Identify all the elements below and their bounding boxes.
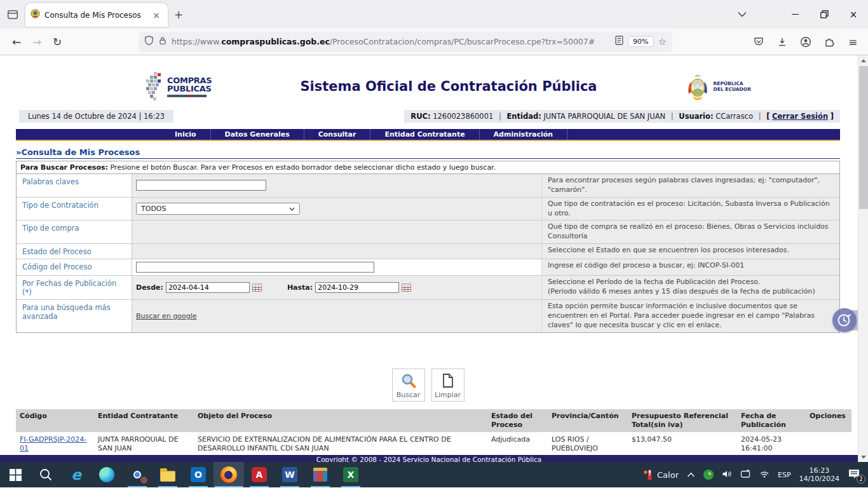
action-center-button[interactable]: 2 <box>848 468 862 481</box>
taskbar-chrome[interactable] <box>122 462 153 487</box>
hamburger-menu-icon[interactable]: ≡ <box>844 33 862 51</box>
taskbar-outlook[interactable]: O <box>183 462 214 487</box>
blank-page-icon <box>440 372 456 389</box>
form-instructions: Para Buscar Procesos: Presione el botón … <box>17 161 839 174</box>
window-minimize-button[interactable] <box>780 0 810 29</box>
entidad-label: Entidad: <box>507 112 541 121</box>
palabras-input[interactable] <box>136 180 266 191</box>
account-icon[interactable] <box>797 33 815 51</box>
nav-item-entidad-contratante[interactable]: Entidad Contratante <box>370 129 479 140</box>
nav-item-consultar[interactable]: Consultar <box>304 129 371 140</box>
bookmark-star-icon[interactable]: ☆ <box>658 36 667 48</box>
vertical-scrollbar[interactable] <box>858 55 868 462</box>
taskbar-search-button[interactable] <box>31 462 61 487</box>
list-all-tabs-icon[interactable] <box>731 0 754 29</box>
taskbar-firefox[interactable] <box>214 462 244 487</box>
taskbar-clock[interactable]: 16:23 14/10/2024 <box>799 466 839 483</box>
volume-icon[interactable] <box>722 470 732 480</box>
taskbar-word[interactable]: W <box>275 462 305 487</box>
buscar-label: Buscar <box>397 391 421 399</box>
results-header-row: Código Entidad Contratante Objeto del Pr… <box>16 409 851 433</box>
taskbar-winrar[interactable] <box>305 462 336 487</box>
page-title: »Consulta de Mis Procesos <box>16 147 840 159</box>
site-header: COMPRAS PUBLICAS Sistema Oficial de Cont… <box>16 68 858 105</box>
edge-icon <box>99 467 114 482</box>
url-text[interactable]: https://www.compraspublicas.gob.ec/Proce… <box>172 37 611 46</box>
hasta-calendar-icon[interactable] <box>402 283 411 292</box>
reload-icon[interactable]: ↻ <box>47 32 67 52</box>
browser-tab[interactable]: Consulta de Mis Procesos × <box>25 3 168 27</box>
nav-item-administracion[interactable]: Administración <box>480 129 568 140</box>
tab-close-icon[interactable]: × <box>150 10 163 20</box>
main-navigation: Inicio Datos Generales Consultar Entidad… <box>16 129 840 141</box>
taskbar-file-explorer[interactable] <box>153 462 183 487</box>
codigo-input[interactable] <box>136 262 374 273</box>
hasta-input[interactable] <box>315 282 399 293</box>
col-opciones: Opciones <box>806 409 851 433</box>
tray-time: 16:23 <box>799 466 839 475</box>
cell-fecha: 2024-05-23 16:41:00 <box>737 432 806 456</box>
firefox-view-icon[interactable] <box>0 0 25 29</box>
firefox-icon <box>220 466 237 483</box>
zoom-level-badge[interactable]: 90% <box>628 36 653 47</box>
scroll-down-icon[interactable] <box>858 452 868 462</box>
word-icon: W <box>282 467 297 482</box>
wifi-icon[interactable] <box>759 470 770 480</box>
back-icon[interactable]: ← <box>6 32 27 52</box>
windows-logo-icon <box>10 469 22 481</box>
estado-empty <box>132 244 541 259</box>
url-bar[interactable]: https://www.compraspublicas.gob.ec/Proce… <box>139 32 672 52</box>
site-footer: Copyright © 2008 - 2024 Servicio Naciona… <box>0 455 858 462</box>
taskbar-acrobat[interactable]: A <box>244 462 275 487</box>
language-indicator[interactable]: ESP <box>778 471 791 479</box>
buscar-button[interactable]: Buscar <box>392 369 425 402</box>
usuario-label: Usuario: <box>679 112 713 121</box>
window-close-button[interactable]: × <box>839 0 868 29</box>
nav-item-inicio[interactable]: Inicio <box>161 129 211 140</box>
taskbar-excel[interactable]: X <box>336 462 366 487</box>
downloads-icon[interactable] <box>773 33 791 51</box>
search-icon <box>39 468 53 482</box>
excel-icon: X <box>343 467 358 482</box>
cell-opciones <box>806 432 851 456</box>
desde-calendar-icon[interactable] <box>252 283 262 292</box>
session-infobar: Lunes 14 de Octubre de 2024 | 16:23 RUC:… <box>16 110 840 123</box>
logo-mosaic-icon <box>146 72 163 101</box>
cell-provincia: LOS RIOS / PUEBLOVIEJO <box>548 432 628 456</box>
scrollbar-thumb[interactable] <box>859 66 868 209</box>
google-search-link[interactable]: Buscar en google <box>136 312 197 320</box>
codigo-help: Ingrese el código del proceso a buscar, … <box>541 259 839 275</box>
tablet-mode-icon[interactable] <box>740 470 751 480</box>
limpiar-button[interactable]: Limpiar <box>431 369 465 402</box>
shield-icon[interactable] <box>144 36 154 48</box>
desde-input[interactable] <box>166 282 250 293</box>
user-session-box: RUC: 1260023860001 | Entidad: JUNTA PARR… <box>404 110 840 123</box>
form-row-estado: Estado del Proceso Seleccione el Estado … <box>17 244 839 259</box>
extensions-puzzle-icon[interactable] <box>820 33 838 51</box>
lock-icon[interactable] <box>158 36 167 48</box>
antivirus-tray-icon[interactable] <box>703 470 714 480</box>
republic-text-line2: DEL ECUADOR <box>714 86 751 92</box>
taskbar-internet-explorer[interactable]: e <box>61 462 92 487</box>
logout-link[interactable]: Cerrar Sesión <box>772 112 828 121</box>
nav-item-datos-generales[interactable]: Datos Generales <box>211 129 304 140</box>
forward-icon[interactable]: → <box>27 32 47 52</box>
browser-toolbar: ← → ↻ https://www.compraspublicas.gob.ec… <box>0 29 868 55</box>
desde-label: Desde: <box>136 283 163 292</box>
taskbar-edge[interactable] <box>92 462 122 487</box>
notification-count-badge: 2 <box>857 475 865 484</box>
reader-mode-icon[interactable] <box>615 36 623 48</box>
republic-emblem: REPÚBLICA DEL ECUADOR <box>686 72 751 100</box>
scroll-up-icon[interactable] <box>858 55 868 65</box>
hasta-label: Hasta: <box>287 283 313 292</box>
tipo-contratacion-select[interactable]: TODOS <box>136 203 300 215</box>
process-code-link[interactable]: FI-GADPRSJP-2024-01 <box>20 435 86 452</box>
pocket-icon[interactable] <box>750 33 768 51</box>
new-tab-button[interactable]: + <box>168 0 189 29</box>
start-button[interactable] <box>0 462 31 487</box>
chevron-down-icon <box>289 207 295 211</box>
window-restore-button[interactable] <box>810 0 839 29</box>
form-row-palabras: Palabras claves Para encontrar procesos … <box>17 174 839 198</box>
tray-chevron-up-icon[interactable] <box>687 471 695 479</box>
weather-widget[interactable]: Calor <box>643 469 679 480</box>
